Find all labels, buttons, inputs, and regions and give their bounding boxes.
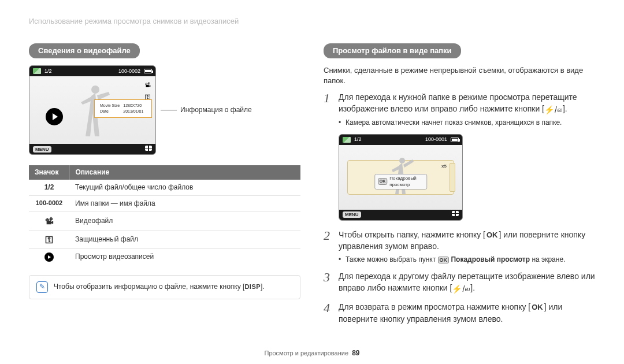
video-info-screenshot: 1/2 100-0002: [29, 65, 156, 155]
svg-point-1: [399, 158, 405, 164]
folder-view-screenshot: 1/2 100-0001: [339, 134, 463, 221]
disp-note: ✎ Чтобы отобразить информацию о файле, н…: [29, 275, 300, 299]
menu-button: MENU: [33, 146, 51, 153]
right-column: Просмотр файлов в виде папки Снимки, сде…: [324, 12, 595, 330]
burst-count: x5: [441, 163, 447, 169]
icon-table: Значок Описание 1/2Текущий файл/общее чи…: [29, 165, 300, 264]
thumbnail-icon: [33, 68, 41, 74]
file-info-overlay: Movie Size1280X720 Date2013/01/01: [94, 99, 152, 117]
breadcrumb: Использование режима просмотра снимков и…: [29, 16, 239, 27]
folder-id: 100-0001: [425, 136, 447, 143]
table-row: Просмотр видеозаписей: [29, 248, 300, 265]
step-1: 1 Для перехода к нужной папке в режиме п…: [324, 91, 595, 128]
battery-icon: [451, 138, 459, 142]
step-3: 3 Для перехода к другому файлу перетащит…: [324, 270, 595, 295]
file-counter: 1/2: [354, 136, 362, 143]
table-row: ⚿Защищенный файл: [29, 230, 300, 248]
table-row: 📽Видеофайл: [29, 211, 300, 230]
grid-icon: [145, 146, 152, 151]
section-heading-left: Сведения о видеофайле: [29, 43, 140, 58]
video-icon: 📽: [144, 81, 151, 90]
intro-para: Снимки, сделанные в режиме непрерывной с…: [324, 65, 595, 86]
flash-icon: ⚡: [452, 283, 462, 295]
ok-pill: OK Покадровый просмотр: [374, 174, 428, 189]
th-desc: Описание: [69, 165, 300, 180]
battery-icon: [144, 69, 152, 73]
ok-button-label: OK: [485, 230, 499, 241]
grid-icon: [452, 211, 459, 216]
thumbnail-icon: [343, 137, 351, 143]
section-heading-right: Просмотр файлов в виде папки: [324, 43, 461, 58]
folder-icon: x5 OK Покадровый просмотр: [347, 160, 454, 195]
step2-sub: Также можно выбрать пункт OK Покадровый …: [339, 255, 595, 265]
disp-button-label: DISP: [244, 283, 261, 291]
ok-button-label: OK: [530, 302, 544, 313]
timer-icon: ல: [558, 105, 563, 116]
timer-icon: ல: [465, 284, 470, 295]
th-icon: Значок: [29, 165, 69, 180]
overlay-caption: Информация о файле: [180, 105, 252, 115]
step-4: 4 Для возврата в режим просмотра нажмите…: [324, 301, 595, 325]
play-icon: [44, 252, 54, 262]
left-column: Сведения о видеофайле 1/2 100-0002: [29, 12, 300, 330]
step-2: 2 Чтобы открыть папку, нажмите кнопку [O…: [324, 229, 595, 265]
svg-point-0: [91, 86, 99, 94]
video-icon: 📽: [45, 216, 54, 226]
step1-sub: Камера автоматически начнет показ снимко…: [339, 118, 595, 128]
lock-icon: ⚿: [45, 235, 54, 244]
play-icon: [46, 108, 63, 125]
page-footer: Просмотр и редактирование 89: [0, 348, 624, 358]
table-row: 100-0002Имя папки — имя файла: [29, 195, 300, 211]
file-counter: 1/2: [44, 68, 52, 75]
table-row: 1/2Текущий файл/общее число файлов: [29, 180, 300, 195]
folder-id: 100-0002: [118, 68, 140, 75]
flash-icon: ⚡: [544, 104, 554, 116]
note-icon: ✎: [36, 281, 48, 293]
menu-button: MENU: [343, 211, 361, 218]
